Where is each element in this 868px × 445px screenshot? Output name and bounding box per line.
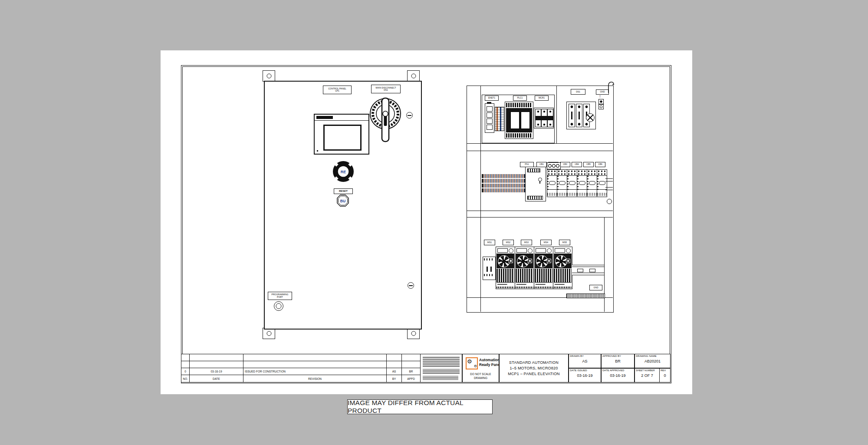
din-rail xyxy=(572,265,604,275)
drawing-title-cell: STANDARD AUTOMATION 1–5 MOTORS, MICRO820… xyxy=(499,354,569,382)
revision-date: 03-16-19 xyxy=(189,368,243,375)
ms-label: MS5 xyxy=(559,240,570,245)
drawing-name-cell: DRAWING NAME AB20201 xyxy=(635,354,671,368)
programming-port-label: PROGRAMMING PORT xyxy=(268,292,292,300)
disclaimer-banner: IMAGE MAY DIFFER FROM ACTUAL PRODUCT xyxy=(347,399,493,414)
line-terminal-block xyxy=(547,162,561,169)
heatsink-fins xyxy=(535,269,552,282)
legal-notes-microtext xyxy=(423,376,458,380)
ds1-label: DS1 xyxy=(571,89,585,95)
fan-icon xyxy=(555,255,567,267)
mcr-label: MCR1 xyxy=(535,96,549,101)
section-divider xyxy=(467,217,613,218)
cb-label: CB4 xyxy=(572,162,582,167)
drawing-title-line3: MCP1 – PANEL ELEVATION xyxy=(508,372,560,376)
ground-lug-icon xyxy=(598,104,604,109)
revision-header-by: BY xyxy=(386,375,402,382)
ms-label: MS1 xyxy=(484,240,495,245)
fan-icon xyxy=(517,255,529,267)
backplate-margin-line xyxy=(480,86,481,312)
main-disconnect-label: MAIN DISCONNECT DS1 xyxy=(371,85,401,93)
reset-label: RESET xyxy=(334,188,353,194)
drawing-title-line1: STANDARD AUTOMATION xyxy=(509,360,559,365)
programming-port-connector-icon xyxy=(274,301,283,311)
fan-icon xyxy=(498,255,510,267)
date-issued-cell: DATE ISSUED 03-16-19 xyxy=(569,368,601,382)
disclaimer-banner-text: IMAGE MAY DIFFER FROM ACTUAL PRODUCT xyxy=(348,399,492,415)
cb-label: CB3 xyxy=(560,162,570,167)
circuit-breaker xyxy=(587,169,597,197)
drawn-by-cell: DRAWN BY AS xyxy=(569,354,601,368)
ms-label: MS2 xyxy=(503,240,514,245)
plc-label: PLC1 xyxy=(513,96,527,101)
wireway-stub xyxy=(605,178,613,181)
rev-cell: REV 0 xyxy=(659,368,671,382)
legal-notes-microtext xyxy=(423,357,460,367)
gear-icon xyxy=(474,365,477,368)
plc-module xyxy=(505,102,533,139)
mounting-bracket xyxy=(263,70,275,82)
legal-notes-cell xyxy=(420,354,462,382)
ethernet-switch-module xyxy=(485,103,494,133)
relay-module xyxy=(534,108,554,129)
revision-by: AS xyxy=(386,368,402,375)
legal-notes-microtext xyxy=(423,369,460,374)
disconnect-rotor-icon xyxy=(586,113,595,122)
pot-knob-icon xyxy=(566,248,571,253)
revision-description: ISSUED FOR CONSTRUCTION xyxy=(243,368,387,375)
programming-port-label-line2: PORT xyxy=(277,296,283,299)
fan-icon xyxy=(536,255,548,267)
ground-lug-icon xyxy=(598,99,604,104)
approved-by-cell: APPROVED BY BR xyxy=(601,354,635,368)
hmi-display xyxy=(314,114,369,155)
revision-no: 0 xyxy=(181,368,190,375)
motor-starter-drive xyxy=(496,247,515,289)
ground-terminal-strip xyxy=(566,293,605,298)
hanger-hook-icon xyxy=(607,81,615,94)
hmi-screen xyxy=(323,125,362,151)
revision-appd: BR xyxy=(401,368,421,375)
svg-text:RE: RE xyxy=(341,170,346,174)
gear-icon xyxy=(467,359,472,364)
circuit-breaker xyxy=(567,169,577,197)
disconnect-handle-icon xyxy=(368,96,403,144)
terminal-strip xyxy=(482,174,526,178)
estop-button-icon: RE xyxy=(332,160,355,183)
main-disconnect-label-line2: DS1 xyxy=(384,89,388,92)
hmi-led-icon xyxy=(317,150,318,152)
pot-knob-icon xyxy=(528,248,533,253)
motor-starter-drive xyxy=(515,247,534,289)
terminal-block-stack xyxy=(495,107,504,131)
section-divider xyxy=(467,151,613,151)
disconnect-switch-body xyxy=(566,102,596,129)
enet-switch-label: ENET1 xyxy=(485,96,499,101)
drawing-sheet: CONTROL PANEL CP1 MAIN DISCONNECT DS1 xyxy=(161,50,692,394)
bolt-hole-icon xyxy=(266,74,271,79)
sheet-number-cell: SHEET NUMBER 2 OF 7 xyxy=(635,368,660,382)
section-divider xyxy=(467,143,613,144)
power-supply xyxy=(525,167,546,201)
mounting-hole-icon xyxy=(607,199,612,204)
svg-text:BU: BU xyxy=(340,199,345,203)
top-section-divider xyxy=(556,86,557,143)
ms-label: MS3 xyxy=(521,240,532,245)
ms-label: MS4 xyxy=(540,240,552,245)
bolt-hole-icon xyxy=(266,331,271,336)
bolt-hole-icon xyxy=(411,74,416,79)
page-background: CONTROL PANEL CP1 MAIN DISCONNECT DS1 xyxy=(0,0,868,445)
mounting-bracket xyxy=(407,70,420,82)
bolt-hole-icon xyxy=(411,331,416,336)
revision-header-date: DATE xyxy=(189,375,243,382)
circuit-breaker xyxy=(597,169,607,197)
wireway-stub xyxy=(605,187,613,190)
section-divider xyxy=(467,211,613,211)
pot-knob-icon xyxy=(547,248,552,253)
circuit-breaker xyxy=(557,169,567,197)
revision-header-no: NO. xyxy=(181,375,190,382)
door-screw-icon xyxy=(408,282,414,289)
terminal-strip xyxy=(482,188,526,192)
control-panel-label-line2: CP1 xyxy=(335,90,339,92)
heatsink-fins xyxy=(554,269,572,282)
circuit-breaker xyxy=(547,169,557,197)
hmi-brand-badge xyxy=(316,116,333,119)
